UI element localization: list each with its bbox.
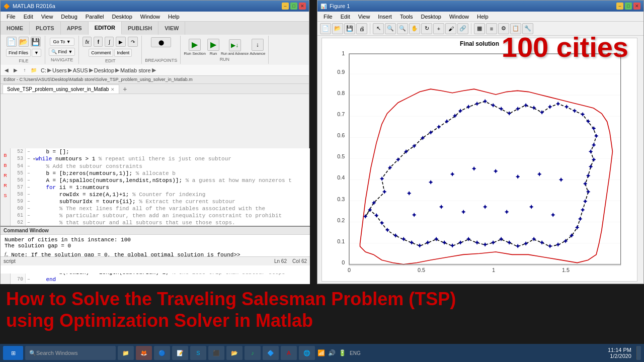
fig-new-btn[interactable]: 📄 [320, 23, 331, 34]
tab-plots[interactable]: PLOTS [30, 22, 61, 35]
taskbar-app-1[interactable]: 🔷 [263, 346, 279, 360]
taskbar-start[interactable]: ⊞ [3, 346, 23, 360]
status-ln-col: Ln 62 Col 62 [274, 258, 307, 264]
nav-browse[interactable]: 📁 [30, 66, 38, 74]
figure-maximize-button[interactable]: □ [625, 3, 632, 10]
fig-menu-window[interactable]: Window [445, 12, 473, 21]
nav-up[interactable]: ↑ [21, 66, 29, 74]
tab-view[interactable]: VIEW [158, 22, 185, 35]
tab-home[interactable]: HOME [1, 22, 30, 35]
taskbar-search[interactable]: 🔍 Search Windows [25, 346, 116, 360]
svg-text:✦: ✦ [458, 108, 462, 114]
figure-minimize-button[interactable]: – [616, 3, 623, 10]
run-button[interactable]: ▶ [207, 39, 219, 51]
fig-menu-file[interactable]: File [319, 12, 337, 21]
svg-text:✦: ✦ [388, 165, 392, 170]
taskbar-matlab[interactable]: ⬛ [208, 346, 224, 360]
status-bar: script Ln 62 Col 62 [1, 256, 310, 265]
figure-close-button[interactable]: ✕ [633, 3, 640, 10]
fig-datacursor-btn[interactable]: + [433, 23, 444, 34]
nav-forward[interactable]: ▶ [12, 66, 20, 74]
cities-label: 100 cities [502, 31, 628, 63]
minimize-button[interactable]: – [282, 3, 289, 10]
run-small-icon[interactable]: ▶ [116, 37, 126, 47]
step-icon[interactable]: ↷ [128, 37, 138, 47]
indent-button[interactable]: Indent [114, 49, 132, 57]
status-col: Col 62 [292, 258, 307, 264]
run-advance-button[interactable]: ▶↓ [229, 39, 241, 51]
menu-view[interactable]: View [37, 12, 57, 21]
svg-text:✦: ✦ [592, 142, 596, 148]
tab-editor[interactable]: EDITOR [89, 22, 122, 35]
nav-back[interactable]: ◀ [3, 66, 11, 74]
fig-select-btn[interactable]: ↖ [373, 23, 384, 34]
editor-tab-main[interactable]: Solve_TSP_problem_using_solver_in_Matlab… [3, 84, 119, 94]
svg-text:1: 1 [342, 50, 345, 56]
find-files-button[interactable]: Find Files [6, 49, 31, 57]
fig-save-btn[interactable]: 💾 [344, 23, 355, 34]
svg-text:✦: ✦ [458, 240, 462, 245]
taskbar-app-2[interactable]: A [281, 346, 297, 360]
compare-button[interactable]: ▼ [32, 49, 41, 57]
go-to-button[interactable]: Go To ▼ [50, 38, 74, 46]
svg-text:✦: ✦ [396, 157, 400, 162]
maximize-button[interactable]: □ [290, 3, 297, 10]
fig-legend-btn[interactable]: ≡ [486, 23, 497, 34]
save-button[interactable]: 💾 [31, 37, 41, 47]
fig-brush-btn[interactable]: 🖌 [445, 23, 456, 34]
fig-menu-help[interactable]: Help [473, 12, 493, 21]
find-button[interactable]: 🔍 Find ▼ [49, 48, 75, 56]
fig-pan-btn[interactable]: ✋ [409, 23, 420, 34]
tab-apps[interactable]: APPS [61, 22, 89, 35]
taskbar-folder[interactable]: 📂 [226, 346, 243, 360]
fig-menu-insert[interactable]: Insert [374, 12, 396, 21]
svg-text:1.5: 1.5 [562, 267, 570, 273]
tab-publish[interactable]: PUBLISH [122, 22, 158, 35]
close-button[interactable]: ✕ [299, 3, 306, 10]
menu-debug[interactable]: Debug [57, 12, 81, 21]
fig-menu-edit[interactable]: Edit [337, 12, 354, 21]
menu-help[interactable]: Help [164, 12, 184, 21]
taskbar-browser-1[interactable]: 🦊 [136, 346, 152, 360]
svg-text:✦: ✦ [592, 126, 596, 131]
advance-button[interactable]: ↓ [252, 39, 264, 51]
file-group-label: FILE [19, 58, 28, 63]
fig-print-btn[interactable]: 🖨 [356, 23, 367, 34]
taskbar-file-explorer[interactable]: 📁 [118, 346, 134, 360]
taskbar-skype[interactable]: S [190, 346, 206, 360]
fig-menu-tools[interactable]: Tools [396, 12, 417, 21]
menu-file[interactable]: File [3, 12, 20, 21]
svg-text:✦: ✦ [429, 179, 433, 185]
fig-menu-desktop[interactable]: Desktop [417, 12, 445, 21]
taskbar-spotify[interactable]: ♪ [245, 346, 261, 360]
fig-zoom-out-btn[interactable]: 🔍 [397, 23, 408, 34]
svg-text:✦: ✦ [472, 166, 476, 171]
svg-text:0.7: 0.7 [337, 111, 345, 117]
comment-button[interactable]: Comment [89, 49, 113, 57]
editor-tab-label: Solve_TSP_problem_using_solver_in_Matlab [7, 86, 109, 92]
run-section-button[interactable]: ▶ [189, 39, 201, 51]
show-desktop-btn[interactable] [636, 346, 641, 360]
menu-parallel[interactable]: Parallel [82, 12, 108, 21]
menu-edit[interactable]: Edit [20, 12, 37, 21]
cmd-window: Command Window Number of cities in this … [1, 226, 310, 274]
fig-rotate-btn[interactable]: ↻ [421, 23, 432, 34]
add-tab-button[interactable]: + [120, 84, 129, 94]
taskbar-chrome[interactable]: 🔵 [154, 346, 170, 360]
breakpoints-icon[interactable]: ⬤ [151, 37, 171, 47]
fig-zoom-in-btn[interactable]: 🔍 [385, 23, 396, 34]
fig-link-btn[interactable]: 🔗 [457, 23, 468, 34]
taskbar-notepad[interactable]: 📝 [172, 346, 188, 360]
bottom-title: How to Solve the Traveling Salesman Prob… [0, 284, 644, 331]
menu-desktop[interactable]: Desktop [108, 12, 136, 21]
fig-colorbar-btn[interactable]: ▦ [474, 23, 485, 34]
new-button[interactable]: 📄 [7, 37, 17, 47]
taskbar-browser-2[interactable]: 🌐 [299, 346, 315, 360]
fig-open-btn[interactable]: 📂 [332, 23, 343, 34]
open-button[interactable]: 📂 [19, 37, 29, 47]
svg-text:✦: ✦ [372, 200, 376, 206]
fig-menu-view[interactable]: View [354, 12, 374, 21]
menu-window[interactable]: Window [136, 12, 164, 21]
svg-text:✦: ✦ [483, 99, 487, 104]
tab-close-icon[interactable]: ✕ [111, 87, 115, 92]
